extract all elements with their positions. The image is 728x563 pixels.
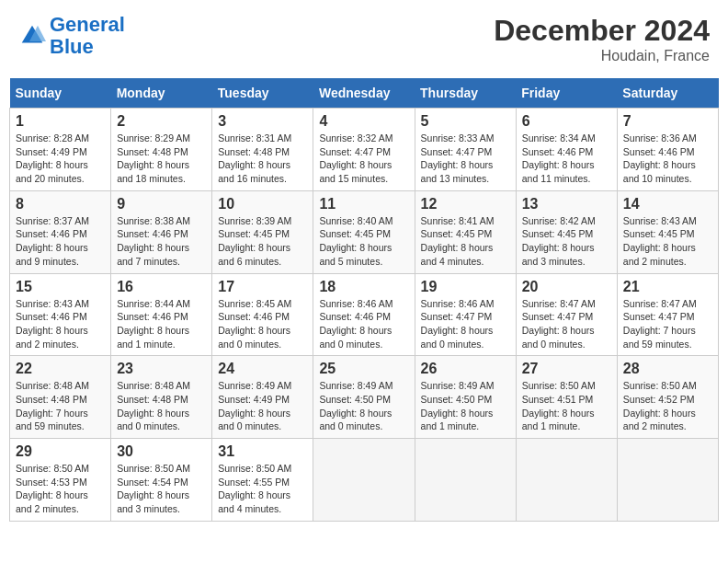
day-number: 12 bbox=[421, 196, 510, 213]
sunset-label: Sunset: 4:47 PM bbox=[623, 311, 695, 322]
daylight-label: Daylight: 8 hours and 20 minutes. bbox=[16, 159, 88, 184]
sunrise-label: Sunrise: 8:46 AM bbox=[319, 298, 392, 309]
sunrise-label: Sunrise: 8:50 AM bbox=[16, 463, 89, 474]
sunrise-label: Sunrise: 8:40 AM bbox=[319, 215, 392, 226]
sunrise-label: Sunrise: 8:46 AM bbox=[421, 298, 495, 309]
day-info: Sunrise: 8:49 AM Sunset: 4:50 PM Dayligh… bbox=[421, 379, 510, 433]
logo-icon bbox=[18, 22, 46, 50]
weekday-header: Saturday bbox=[617, 78, 718, 109]
day-info: Sunrise: 8:33 AM Sunset: 4:47 PM Dayligh… bbox=[421, 132, 510, 186]
sunrise-label: Sunrise: 8:36 AM bbox=[623, 132, 697, 144]
day-info: Sunrise: 8:47 AM Sunset: 4:47 PM Dayligh… bbox=[522, 297, 611, 351]
sunrise-label: Sunrise: 8:38 AM bbox=[117, 215, 190, 226]
daylight-label: Daylight: 8 hours and 16 minutes. bbox=[218, 159, 290, 184]
sunset-label: Sunset: 4:47 PM bbox=[421, 311, 493, 322]
sunset-label: Sunset: 4:46 PM bbox=[522, 146, 594, 157]
daylight-label: Daylight: 8 hours and 9 minutes. bbox=[16, 242, 88, 267]
day-number: 13 bbox=[522, 196, 611, 213]
day-info: Sunrise: 8:39 AM Sunset: 4:45 PM Dayligh… bbox=[218, 214, 307, 269]
calendar-cell: 16 Sunrise: 8:44 AM Sunset: 4:46 PM Dayl… bbox=[111, 273, 212, 356]
day-info: Sunrise: 8:45 AM Sunset: 4:46 PM Dayligh… bbox=[218, 297, 307, 351]
daylight-label: Daylight: 8 hours and 1 minute. bbox=[522, 408, 595, 432]
day-number: 10 bbox=[218, 196, 307, 213]
daylight-label: Daylight: 8 hours and 0 minutes. bbox=[421, 325, 494, 350]
day-number: 27 bbox=[522, 361, 611, 377]
day-number: 25 bbox=[319, 361, 408, 377]
day-info: Sunrise: 8:43 AM Sunset: 4:46 PM Dayligh… bbox=[16, 297, 105, 351]
daylight-label: Daylight: 8 hours and 0 minutes. bbox=[218, 408, 290, 432]
sunset-label: Sunset: 4:45 PM bbox=[421, 228, 493, 239]
calendar-cell: 7 Sunrise: 8:36 AM Sunset: 4:46 PM Dayli… bbox=[617, 109, 718, 191]
day-info: Sunrise: 8:50 AM Sunset: 4:52 PM Dayligh… bbox=[623, 379, 712, 433]
day-info: Sunrise: 8:50 AM Sunset: 4:53 PM Dayligh… bbox=[16, 462, 105, 516]
daylight-label: Daylight: 8 hours and 5 minutes. bbox=[319, 242, 392, 267]
sunrise-label: Sunrise: 8:42 AM bbox=[522, 215, 596, 226]
sunrise-label: Sunrise: 8:33 AM bbox=[421, 132, 495, 144]
weekday-header-row: SundayMondayTuesdayWednesdayThursdayFrid… bbox=[10, 78, 719, 109]
sunrise-label: Sunrise: 8:32 AM bbox=[319, 132, 392, 144]
day-number: 26 bbox=[421, 361, 510, 377]
calendar-cell: 9 Sunrise: 8:38 AM Sunset: 4:46 PM Dayli… bbox=[111, 190, 212, 273]
day-number: 22 bbox=[16, 361, 105, 377]
sunrise-label: Sunrise: 8:43 AM bbox=[623, 215, 697, 226]
title-area: December 2024 Houdain, France bbox=[494, 14, 710, 64]
sunrise-label: Sunrise: 8:39 AM bbox=[218, 215, 291, 226]
calendar-cell bbox=[516, 439, 617, 522]
day-number: 30 bbox=[117, 443, 206, 460]
sunrise-label: Sunrise: 8:41 AM bbox=[421, 215, 495, 226]
calendar-cell: 17 Sunrise: 8:45 AM Sunset: 4:46 PM Dayl… bbox=[212, 273, 313, 356]
calendar-cell: 20 Sunrise: 8:47 AM Sunset: 4:47 PM Dayl… bbox=[516, 273, 617, 356]
sunrise-label: Sunrise: 8:49 AM bbox=[218, 380, 291, 391]
sunset-label: Sunset: 4:45 PM bbox=[623, 228, 695, 239]
sunrise-label: Sunrise: 8:48 AM bbox=[16, 380, 89, 391]
day-number: 4 bbox=[319, 113, 408, 130]
day-info: Sunrise: 8:46 AM Sunset: 4:47 PM Dayligh… bbox=[421, 297, 510, 351]
sunset-label: Sunset: 4:53 PM bbox=[16, 477, 87, 488]
weekday-header: Tuesday bbox=[212, 78, 313, 109]
calendar-cell: 2 Sunrise: 8:29 AM Sunset: 4:48 PM Dayli… bbox=[111, 109, 212, 191]
sunset-label: Sunset: 4:48 PM bbox=[117, 146, 188, 157]
day-info: Sunrise: 8:31 AM Sunset: 4:48 PM Dayligh… bbox=[218, 132, 307, 186]
calendar-week-row: 22 Sunrise: 8:48 AM Sunset: 4:48 PM Dayl… bbox=[10, 356, 719, 439]
sunset-label: Sunset: 4:46 PM bbox=[218, 311, 290, 322]
day-info: Sunrise: 8:49 AM Sunset: 4:50 PM Dayligh… bbox=[319, 379, 408, 433]
daylight-label: Daylight: 8 hours and 11 minutes. bbox=[522, 159, 595, 184]
sunset-label: Sunset: 4:47 PM bbox=[421, 146, 493, 157]
weekday-header: Friday bbox=[516, 78, 617, 109]
month-title: December 2024 bbox=[494, 14, 710, 48]
calendar-cell: 3 Sunrise: 8:31 AM Sunset: 4:48 PM Dayli… bbox=[212, 109, 313, 191]
weekday-header: Thursday bbox=[415, 78, 516, 109]
day-number: 8 bbox=[16, 196, 105, 213]
calendar-cell: 24 Sunrise: 8:49 AM Sunset: 4:49 PM Dayl… bbox=[212, 356, 313, 439]
sunset-label: Sunset: 4:45 PM bbox=[319, 228, 391, 239]
sunset-label: Sunset: 4:46 PM bbox=[16, 311, 87, 322]
calendar-cell: 4 Sunrise: 8:32 AM Sunset: 4:47 PM Dayli… bbox=[313, 109, 415, 191]
day-info: Sunrise: 8:41 AM Sunset: 4:45 PM Dayligh… bbox=[421, 214, 510, 269]
daylight-label: Daylight: 8 hours and 2 minutes. bbox=[623, 408, 696, 432]
day-info: Sunrise: 8:36 AM Sunset: 4:46 PM Dayligh… bbox=[623, 132, 712, 186]
sunrise-label: Sunrise: 8:43 AM bbox=[16, 298, 89, 309]
day-info: Sunrise: 8:29 AM Sunset: 4:48 PM Dayligh… bbox=[117, 132, 206, 186]
daylight-label: Daylight: 8 hours and 2 minutes. bbox=[16, 489, 88, 514]
day-info: Sunrise: 8:50 AM Sunset: 4:51 PM Dayligh… bbox=[522, 379, 611, 433]
calendar-week-row: 8 Sunrise: 8:37 AM Sunset: 4:46 PM Dayli… bbox=[10, 190, 719, 273]
calendar-cell: 11 Sunrise: 8:40 AM Sunset: 4:45 PM Dayl… bbox=[313, 190, 415, 273]
day-number: 3 bbox=[218, 113, 307, 130]
calendar-cell: 14 Sunrise: 8:43 AM Sunset: 4:45 PM Dayl… bbox=[617, 190, 718, 273]
day-info: Sunrise: 8:28 AM Sunset: 4:49 PM Dayligh… bbox=[16, 132, 105, 186]
weekday-header: Monday bbox=[111, 78, 212, 109]
sunset-label: Sunset: 4:46 PM bbox=[16, 228, 87, 239]
sunset-label: Sunset: 4:46 PM bbox=[117, 228, 188, 239]
day-number: 6 bbox=[522, 113, 611, 130]
day-info: Sunrise: 8:43 AM Sunset: 4:45 PM Dayligh… bbox=[623, 214, 712, 269]
day-number: 15 bbox=[16, 279, 105, 295]
day-info: Sunrise: 8:49 AM Sunset: 4:49 PM Dayligh… bbox=[218, 379, 307, 433]
day-number: 20 bbox=[522, 279, 611, 295]
daylight-label: Daylight: 8 hours and 0 minutes. bbox=[522, 325, 595, 350]
daylight-label: Daylight: 8 hours and 2 minutes. bbox=[623, 242, 696, 267]
daylight-label: Daylight: 8 hours and 15 minutes. bbox=[319, 159, 392, 184]
calendar-week-row: 15 Sunrise: 8:43 AM Sunset: 4:46 PM Dayl… bbox=[10, 273, 719, 356]
sunset-label: Sunset: 4:51 PM bbox=[522, 394, 594, 405]
calendar-cell: 27 Sunrise: 8:50 AM Sunset: 4:51 PM Dayl… bbox=[516, 356, 617, 439]
daylight-label: Daylight: 8 hours and 1 minute. bbox=[421, 408, 494, 432]
